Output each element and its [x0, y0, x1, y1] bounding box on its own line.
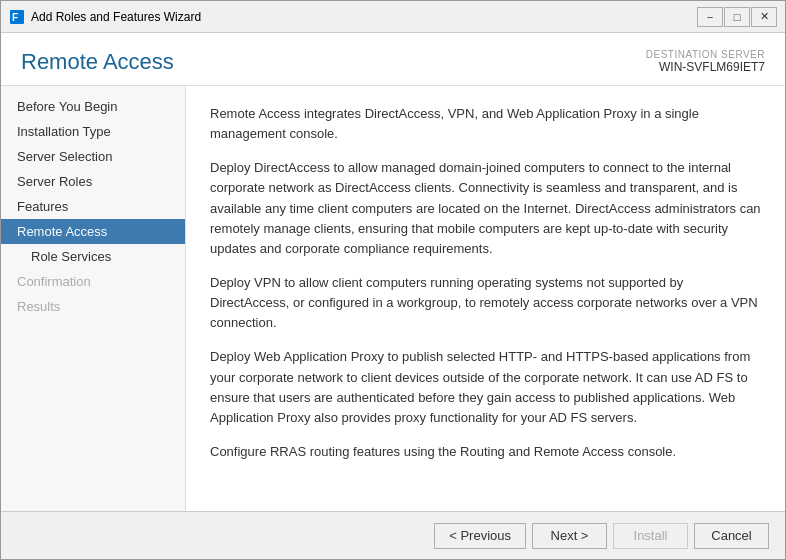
wizard-window: F Add Roles and Features Wizard − □ ✕ Re… [0, 0, 786, 560]
destination-server-info: DESTINATION SERVER WIN-SVFLM69IET7 [646, 49, 765, 74]
body-paragraph-3: Deploy VPN to allow client computers run… [210, 273, 761, 333]
svg-text:F: F [12, 12, 18, 23]
minimize-button[interactable]: − [697, 7, 723, 27]
sidebar-item-role-services[interactable]: Role Services [1, 244, 185, 269]
main-section: Before You Begin Installation Type Serve… [1, 86, 785, 511]
next-button[interactable]: Next > [532, 523, 607, 549]
sidebar-item-installation-type[interactable]: Installation Type [1, 119, 185, 144]
body-paragraph-1: Remote Access integrates DirectAccess, V… [210, 104, 761, 144]
server-name: WIN-SVFLM69IET7 [646, 60, 765, 74]
title-bar-controls: − □ ✕ [697, 7, 777, 27]
header-section: Remote Access DESTINATION SERVER WIN-SVF… [1, 33, 785, 86]
install-button: Install [613, 523, 688, 549]
body-content: Remote Access integrates DirectAccess, V… [186, 86, 785, 511]
close-button[interactable]: ✕ [751, 7, 777, 27]
body-paragraph-5: Configure RRAS routing features using th… [210, 442, 761, 462]
sidebar-item-remote-access[interactable]: Remote Access [1, 219, 185, 244]
sidebar: Before You Begin Installation Type Serve… [1, 86, 186, 511]
title-bar-text: Add Roles and Features Wizard [31, 10, 697, 24]
content-area: Remote Access DESTINATION SERVER WIN-SVF… [1, 33, 785, 559]
body-paragraph-2: Deploy DirectAccess to allow managed dom… [210, 158, 761, 259]
sidebar-item-results: Results [1, 294, 185, 319]
sidebar-item-server-selection[interactable]: Server Selection [1, 144, 185, 169]
sidebar-item-confirmation: Confirmation [1, 269, 185, 294]
sidebar-item-features[interactable]: Features [1, 194, 185, 219]
footer: < Previous Next > Install Cancel [1, 511, 785, 559]
sidebar-item-server-roles[interactable]: Server Roles [1, 169, 185, 194]
maximize-button[interactable]: □ [724, 7, 750, 27]
cancel-button[interactable]: Cancel [694, 523, 769, 549]
body-paragraph-4: Deploy Web Application Proxy to publish … [210, 347, 761, 428]
sidebar-item-before-you-begin[interactable]: Before You Begin [1, 94, 185, 119]
previous-button[interactable]: < Previous [434, 523, 526, 549]
app-icon: F [9, 9, 25, 25]
title-bar: F Add Roles and Features Wizard − □ ✕ [1, 1, 785, 33]
page-title: Remote Access [21, 49, 174, 75]
destination-label: DESTINATION SERVER [646, 49, 765, 60]
